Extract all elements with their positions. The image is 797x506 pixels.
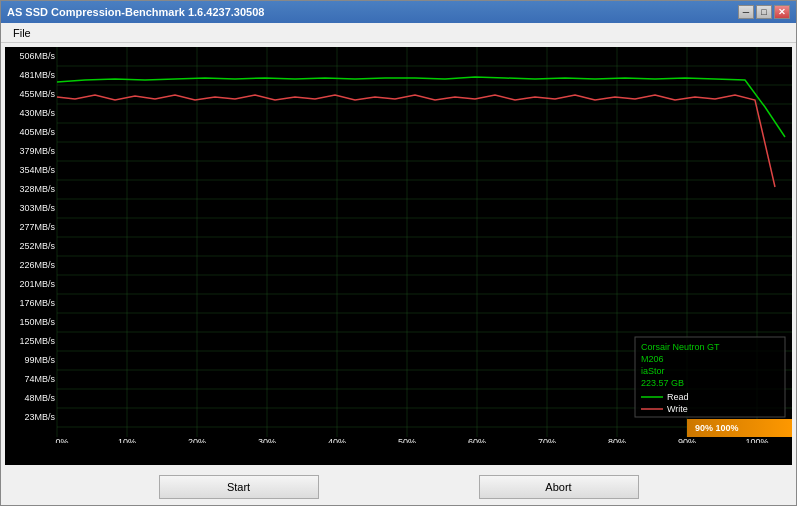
svg-text:176MB/s: 176MB/s: [19, 298, 55, 308]
svg-text:10%: 10%: [118, 437, 136, 443]
bottom-bar: Start Abort: [1, 469, 796, 505]
file-menu[interactable]: File: [5, 25, 39, 41]
svg-text:80%: 80%: [608, 437, 626, 443]
menu-bar: File: [1, 23, 796, 43]
svg-text:303MB/s: 303MB/s: [19, 203, 55, 213]
svg-text:506MB/s: 506MB/s: [19, 51, 55, 61]
chart-svg: 506MB/s 481MB/s 455MB/s 430MB/s 405MB/s …: [5, 47, 792, 443]
svg-text:Write: Write: [667, 404, 688, 414]
title-bar: AS SSD Compression-Benchmark 1.6.4237.30…: [1, 1, 796, 23]
svg-text:125MB/s: 125MB/s: [19, 336, 55, 346]
svg-text:Corsair Neutron GT: Corsair Neutron GT: [641, 342, 720, 352]
svg-text:150MB/s: 150MB/s: [19, 317, 55, 327]
svg-text:74MB/s: 74MB/s: [24, 374, 55, 384]
abort-button[interactable]: Abort: [479, 475, 639, 499]
chart-area: 506MB/s 481MB/s 455MB/s 430MB/s 405MB/s …: [5, 47, 792, 465]
svg-text:iaStor: iaStor: [641, 366, 665, 376]
svg-text:226MB/s: 226MB/s: [19, 260, 55, 270]
svg-text:430MB/s: 430MB/s: [19, 108, 55, 118]
svg-text:481MB/s: 481MB/s: [19, 70, 55, 80]
svg-text:379MB/s: 379MB/s: [19, 146, 55, 156]
title-bar-buttons: ─ □ ✕: [738, 5, 790, 19]
svg-text:277MB/s: 277MB/s: [19, 222, 55, 232]
svg-text:100%: 100%: [745, 437, 768, 443]
svg-text:30%: 30%: [258, 437, 276, 443]
main-window: AS SSD Compression-Benchmark 1.6.4237.30…: [0, 0, 797, 506]
svg-text:90%: 90%: [678, 437, 696, 443]
svg-text:48MB/s: 48MB/s: [24, 393, 55, 403]
start-button[interactable]: Start: [159, 475, 319, 499]
svg-text:M206: M206: [641, 354, 664, 364]
svg-text:252MB/s: 252MB/s: [19, 241, 55, 251]
svg-text:354MB/s: 354MB/s: [19, 165, 55, 175]
svg-text:40%: 40%: [328, 437, 346, 443]
svg-text:99MB/s: 99MB/s: [24, 355, 55, 365]
maximize-button[interactable]: □: [756, 5, 772, 19]
svg-text:455MB/s: 455MB/s: [19, 89, 55, 99]
svg-text:90%  100%: 90% 100%: [695, 423, 739, 433]
svg-text:20%: 20%: [188, 437, 206, 443]
svg-text:201MB/s: 201MB/s: [19, 279, 55, 289]
window-title: AS SSD Compression-Benchmark 1.6.4237.30…: [7, 6, 264, 18]
svg-text:405MB/s: 405MB/s: [19, 127, 55, 137]
svg-text:50%: 50%: [398, 437, 416, 443]
svg-text:60%: 60%: [468, 437, 486, 443]
svg-text:70%: 70%: [538, 437, 556, 443]
svg-text:Read: Read: [667, 392, 689, 402]
close-button[interactable]: ✕: [774, 5, 790, 19]
svg-text:328MB/s: 328MB/s: [19, 184, 55, 194]
svg-text:0%: 0%: [55, 437, 68, 443]
svg-text:223.57 GB: 223.57 GB: [641, 378, 684, 388]
svg-text:23MB/s: 23MB/s: [24, 412, 55, 422]
minimize-button[interactable]: ─: [738, 5, 754, 19]
